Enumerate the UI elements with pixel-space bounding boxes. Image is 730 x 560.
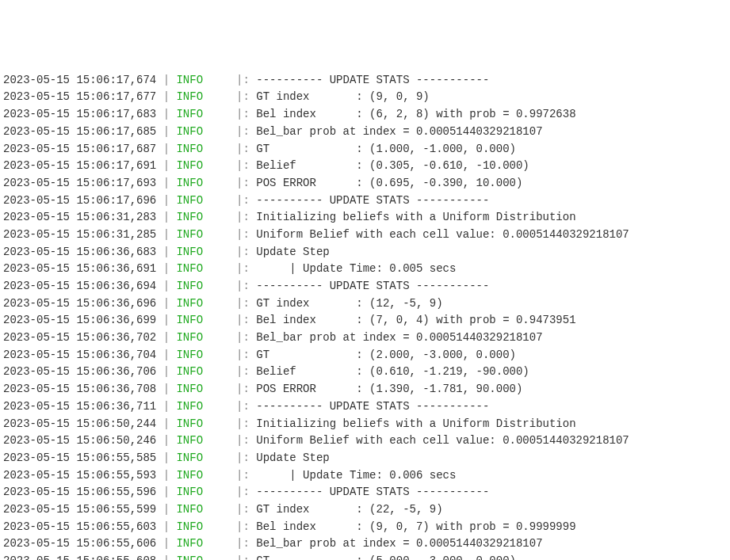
log-line: 2023-05-15 15:06:36,696 | INFO |: GT ind…	[3, 295, 727, 313]
log-line: 2023-05-15 15:06:17,696 | INFO |: ------…	[3, 192, 727, 210]
log-level: INFO	[176, 90, 203, 103]
log-level: INFO	[176, 159, 203, 172]
separator: |	[156, 297, 176, 310]
marker: |:	[236, 451, 256, 464]
marker: |:	[236, 211, 256, 223]
timestamp: 2023-05-15 15:06:36,691	[3, 262, 156, 275]
padding	[203, 194, 236, 207]
log-message: ---------- UPDATE STATS -----------	[256, 486, 489, 498]
padding	[203, 554, 236, 560]
marker: |:	[236, 400, 256, 413]
padding	[203, 262, 236, 275]
log-message: Update Step	[256, 451, 329, 464]
log-line: 2023-05-15 15:06:55,606 | INFO |: Bel_ba…	[3, 535, 727, 553]
log-line: 2023-05-15 15:06:55,593 | INFO |: | Upda…	[3, 467, 727, 485]
padding	[203, 246, 236, 258]
padding	[203, 417, 236, 430]
log-message: GT : (2.000, -3.000, 0.000)	[256, 349, 516, 361]
log-level: INFO	[176, 520, 203, 533]
log-message: ---------- UPDATE STATS -----------	[256, 74, 489, 86]
log-message: GT index : (22, -5, 9)	[256, 503, 442, 516]
marker: |:	[236, 194, 256, 207]
separator: |	[156, 177, 176, 189]
log-line: 2023-05-15 15:06:17,693 | INFO |: POS ER…	[3, 175, 727, 192]
separator: |	[156, 143, 176, 155]
timestamp: 2023-05-15 15:06:17,691	[3, 159, 156, 172]
log-line: 2023-05-15 15:06:17,674 | INFO |: ------…	[3, 72, 727, 90]
timestamp: 2023-05-15 15:06:36,683	[3, 246, 156, 258]
timestamp: 2023-05-15 15:06:55,599	[3, 503, 156, 516]
separator: |	[156, 486, 176, 498]
marker: |:	[236, 90, 256, 103]
padding	[203, 365, 236, 378]
separator: |	[156, 280, 176, 292]
separator: |	[156, 108, 176, 120]
log-level: INFO	[176, 383, 203, 395]
marker: |:	[236, 228, 256, 241]
log-level: INFO	[176, 228, 203, 241]
separator: |	[156, 246, 176, 258]
log-level: INFO	[176, 434, 203, 447]
log-line: 2023-05-15 15:06:36,699 | INFO |: Bel in…	[3, 312, 727, 330]
separator: |	[156, 537, 176, 550]
marker: |:	[236, 469, 256, 482]
separator: |	[156, 554, 176, 560]
padding	[203, 520, 236, 533]
timestamp: 2023-05-15 15:06:31,283	[3, 211, 156, 223]
log-line: 2023-05-15 15:06:36,711 | INFO |: ------…	[3, 398, 727, 416]
log-level: INFO	[176, 125, 203, 138]
log-message: Uniform Belief with each cell value: 0.0…	[256, 228, 629, 241]
log-level: INFO	[176, 194, 203, 207]
marker: |:	[236, 537, 256, 550]
log-message: Bel index : (6, 2, 8) with prob = 0.9972…	[256, 108, 575, 120]
log-message: Bel index : (7, 0, 4) with prob = 0.9473…	[256, 314, 575, 326]
timestamp: 2023-05-15 15:06:17,687	[3, 143, 156, 155]
log-line: 2023-05-15 15:06:17,683 | INFO |: Bel in…	[3, 106, 727, 124]
log-line: 2023-05-15 15:06:55,585 | INFO |: Update…	[3, 450, 727, 467]
log-level: INFO	[176, 108, 203, 120]
separator: |	[156, 331, 176, 344]
timestamp: 2023-05-15 15:06:36,704	[3, 349, 156, 361]
marker: |:	[236, 520, 256, 533]
log-output: 2023-05-15 15:06:17,674 | INFO |: ------…	[3, 72, 727, 560]
marker: |:	[236, 331, 256, 344]
separator: |	[156, 125, 176, 138]
log-message: ---------- UPDATE STATS -----------	[256, 400, 489, 413]
log-level: INFO	[176, 177, 203, 189]
log-message: Bel_bar prob at index = 0.00051440329218…	[256, 537, 542, 550]
separator: |	[156, 211, 176, 223]
separator: |	[156, 520, 176, 533]
padding	[203, 349, 236, 361]
padding	[203, 331, 236, 344]
timestamp: 2023-05-15 15:06:36,696	[3, 297, 156, 310]
log-level: INFO	[176, 331, 203, 344]
marker: |:	[236, 503, 256, 516]
padding	[203, 280, 236, 292]
log-line: 2023-05-15 15:06:17,685 | INFO |: Bel_ba…	[3, 124, 727, 141]
marker: |:	[236, 297, 256, 310]
log-message: Belief : (0.610, -1.219, -90.000)	[256, 365, 529, 378]
log-message: | Update Time: 0.006 secs	[256, 469, 456, 482]
log-line: 2023-05-15 15:06:55,599 | INFO |: GT ind…	[3, 501, 727, 519]
timestamp: 2023-05-15 15:06:55,603	[3, 520, 156, 533]
log-line: 2023-05-15 15:06:17,687 | INFO |: GT : (…	[3, 141, 727, 158]
log-level: INFO	[176, 262, 203, 275]
separator: |	[156, 228, 176, 241]
timestamp: 2023-05-15 15:06:17,685	[3, 125, 156, 138]
marker: |:	[236, 434, 256, 447]
separator: |	[156, 400, 176, 413]
separator: |	[156, 90, 176, 103]
padding	[203, 537, 236, 550]
log-line: 2023-05-15 15:06:36,706 | INFO |: Belief…	[3, 364, 727, 381]
timestamp: 2023-05-15 15:06:55,593	[3, 469, 156, 482]
log-level: INFO	[176, 537, 203, 550]
log-message: GT index : (12, -5, 9)	[256, 297, 442, 310]
marker: |:	[236, 554, 256, 560]
log-message: GT index : (9, 0, 9)	[256, 90, 429, 103]
timestamp: 2023-05-15 15:06:31,285	[3, 228, 156, 241]
separator: |	[156, 194, 176, 207]
log-message: Initializing beliefs with a Uniform Dist…	[256, 211, 575, 223]
log-message: POS ERROR : (1.390, -1.781, 90.000)	[256, 383, 522, 395]
marker: |:	[236, 108, 256, 120]
log-message: Initializing beliefs with a Uniform Dist…	[256, 417, 575, 430]
